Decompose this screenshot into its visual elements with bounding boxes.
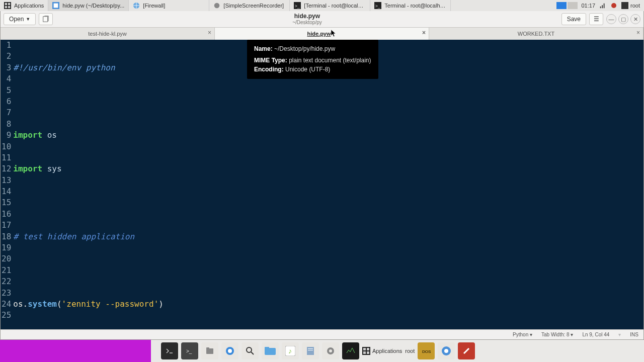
- svg-rect-16: [621, 2, 628, 9]
- maximize-button[interactable]: ▢: [618, 14, 628, 24]
- svg-point-24: [228, 349, 232, 353]
- dock: >_ ♪ Applications root DOS: [157, 340, 479, 362]
- code-editor[interactable]: 1234567891011121314151617181920212223242…: [1, 40, 643, 329]
- svg-point-15: [611, 3, 616, 8]
- dock-notes[interactable]: [302, 342, 319, 359]
- line-gutter: 1234567891011121314151617181920212223242…: [1, 40, 13, 329]
- svg-rect-27: [265, 347, 269, 349]
- user-menu[interactable]: root: [621, 2, 640, 9]
- svg-rect-3: [5, 6, 7, 8]
- mouse-cursor: [331, 30, 337, 38]
- dock-terminal[interactable]: >_: [181, 342, 198, 359]
- tab-hide[interactable]: hide.pyw×: [215, 28, 429, 40]
- svg-rect-13: [556, 2, 567, 9]
- svg-point-44: [444, 349, 448, 353]
- svg-rect-22: [206, 347, 209, 349]
- status-bar: Python ▾ Tab Width: 8 ▾ Ln 9, Col 44 ▾ I…: [1, 329, 643, 339]
- titlebar: Open▼ hide.pyw ~/Desktop/py Save ☰ — ▢ ✕: [1, 11, 643, 28]
- desktop-strip: [0, 340, 151, 362]
- hamburger-menu[interactable]: ☰: [589, 13, 603, 25]
- close-icon[interactable]: ×: [208, 29, 211, 36]
- chevron-down-icon: ▼: [26, 17, 30, 22]
- dock-monitor[interactable]: [342, 342, 359, 359]
- svg-point-25: [247, 347, 252, 352]
- svg-rect-4: [8, 6, 10, 8]
- gedit-icon: [52, 2, 59, 9]
- window-title: hide.pyw ~/Desktop/py: [56, 13, 558, 25]
- dock-dosbox[interactable]: DOS: [418, 342, 435, 359]
- svg-rect-14: [568, 2, 578, 9]
- dock-browser[interactable]: [221, 342, 238, 359]
- dock-search[interactable]: [242, 342, 259, 359]
- svg-rect-38: [367, 348, 369, 350]
- svg-rect-2: [8, 3, 10, 5]
- svg-rect-39: [363, 351, 366, 354]
- svg-point-8: [214, 3, 220, 9]
- svg-rect-30: [307, 347, 314, 355]
- tab-test-hide[interactable]: test-hide-kl.pyw×: [1, 28, 215, 40]
- tabwidth-selector[interactable]: Tab Width: 8 ▾: [541, 332, 573, 337]
- language-selector[interactable]: Python ▾: [513, 332, 532, 337]
- svg-rect-31: [308, 348, 313, 349]
- file-info-tooltip: Name: ~/Desktop/py/hide.pyw MIME Type: p…: [247, 40, 378, 79]
- workspace-switcher[interactable]: [556, 2, 578, 9]
- terminal-icon: >_: [374, 2, 381, 9]
- dock-folder[interactable]: [262, 342, 279, 359]
- svg-rect-18: [165, 346, 175, 356]
- minimize-button[interactable]: —: [606, 14, 616, 24]
- svg-text:DOS: DOS: [422, 349, 431, 354]
- tab-bar: test-hide-kl.pyw× hide.pyw× WORKED.TXT×: [1, 28, 643, 40]
- close-icon[interactable]: ×: [636, 29, 640, 36]
- taskbar-item-firewall[interactable]: [Firewall]: [129, 0, 209, 11]
- globe-icon: [133, 2, 140, 9]
- taskbar-item-terminal2[interactable]: >_ Terminal - root@localho...: [370, 0, 451, 11]
- taskbar-item-ssr[interactable]: [SimpleScreenRecorder]: [209, 0, 290, 11]
- svg-text:♪: ♪: [288, 347, 292, 355]
- svg-rect-1: [5, 3, 7, 5]
- bottom-panel: >_ ♪ Applications root DOS: [0, 340, 644, 362]
- network-icon[interactable]: [599, 2, 606, 9]
- close-button[interactable]: ✕: [630, 14, 640, 24]
- svg-rect-37: [363, 348, 366, 350]
- svg-rect-40: [367, 351, 369, 354]
- svg-text:>_: >_: [375, 4, 380, 9]
- svg-text:>_: >_: [295, 4, 300, 9]
- insert-mode: INS: [630, 332, 638, 337]
- dock-settings[interactable]: [322, 342, 339, 359]
- applications-label: Applications: [14, 3, 44, 9]
- svg-rect-17: [43, 17, 48, 22]
- svg-rect-21: [206, 348, 213, 354]
- clock[interactable]: 01:17: [582, 3, 596, 9]
- svg-text:>_: >_: [186, 348, 192, 354]
- svg-rect-26: [265, 348, 276, 355]
- svg-rect-6: [54, 4, 58, 8]
- tab-worked[interactable]: WORKED.TXT×: [429, 28, 643, 40]
- dock-apps-menu[interactable]: Applications: [362, 342, 402, 359]
- dock-user[interactable]: root: [405, 348, 415, 354]
- svg-point-34: [329, 349, 332, 352]
- top-panel: Applications hide.pyw (~/Desktop/py... […: [0, 0, 644, 11]
- apps-icon: [4, 2, 11, 9]
- dock-music[interactable]: ♪: [282, 342, 299, 359]
- editor-window: Open▼ hide.pyw ~/Desktop/py Save ☰ — ▢ ✕…: [0, 11, 644, 340]
- dock-root-term[interactable]: [161, 342, 178, 359]
- record-icon: [213, 2, 220, 9]
- taskbar-item-terminal1[interactable]: >_ [Terminal - root@localh...]: [290, 0, 370, 11]
- close-icon[interactable]: ×: [422, 29, 426, 36]
- new-tab-button[interactable]: [39, 13, 53, 25]
- code-content[interactable]: #!/usr/bin/env python import os import s…: [13, 40, 522, 329]
- dock-app-red[interactable]: [458, 342, 475, 359]
- save-button[interactable]: Save: [561, 13, 586, 25]
- system-tray: 01:17 root: [552, 2, 645, 9]
- svg-rect-32: [308, 350, 313, 350]
- record-tray-icon[interactable]: [610, 2, 617, 9]
- terminal-icon: >_: [294, 2, 301, 9]
- dock-files[interactable]: [201, 342, 218, 359]
- dock-chromium[interactable]: [438, 342, 455, 359]
- applications-menu[interactable]: Applications: [0, 0, 48, 11]
- open-button[interactable]: Open▼: [4, 13, 36, 25]
- cursor-position: Ln 9, Col 44: [582, 332, 609, 337]
- taskbar-item-editor[interactable]: hide.pyw (~/Desktop/py...: [48, 0, 129, 11]
